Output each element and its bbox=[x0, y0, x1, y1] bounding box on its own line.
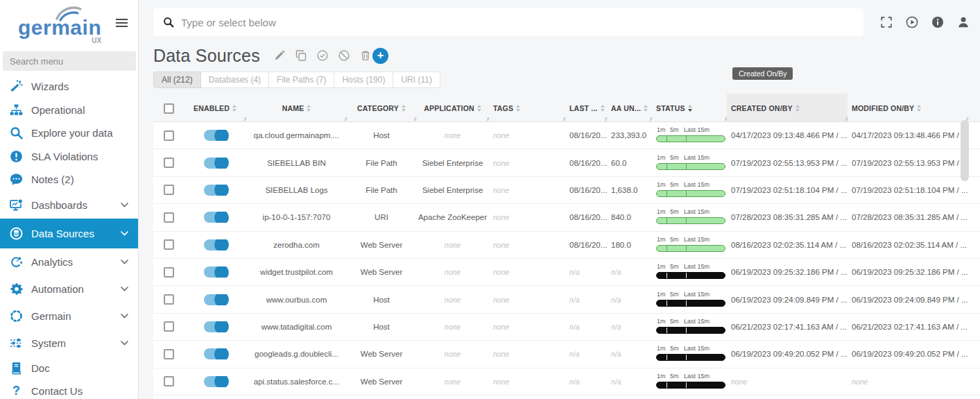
column-header-category[interactable]: CATEGORY bbox=[347, 94, 416, 121]
select-all-checkbox[interactable] bbox=[164, 103, 174, 114]
enabled-toggle[interactable] bbox=[204, 348, 227, 359]
row-created: 06/19/2023 09:25:32.186 PM / ... bbox=[727, 268, 848, 276]
play-circle-icon[interactable] bbox=[906, 16, 918, 28]
enabled-toggle[interactable] bbox=[204, 266, 227, 278]
row-aa: 840.0 bbox=[607, 213, 652, 221]
column-header-enabled[interactable]: ENABLED bbox=[184, 94, 246, 121]
sidebar-item-automation[interactable]: Automation bbox=[0, 275, 138, 303]
row-checkbox[interactable] bbox=[164, 376, 174, 387]
status-sparkline: 1m 5m Last 15m bbox=[656, 263, 725, 281]
sort-icon bbox=[688, 105, 692, 112]
row-checkbox[interactable] bbox=[164, 212, 174, 223]
trash-icon[interactable] bbox=[360, 50, 371, 61]
check-circle-icon[interactable] bbox=[317, 50, 328, 61]
info-icon[interactable] bbox=[931, 16, 944, 28]
row-tags: none bbox=[489, 377, 565, 386]
row-category: Host bbox=[347, 296, 416, 304]
sidebar-item-dashboards[interactable]: Dashboards bbox=[0, 192, 138, 219]
copy-icon[interactable] bbox=[295, 50, 307, 61]
edit-pencil-icon[interactable] bbox=[274, 50, 285, 61]
row-checkbox[interactable] bbox=[164, 239, 174, 250]
table-row[interactable]: SIEBELLAB Logs File Path Siebel Enterpri… bbox=[153, 177, 980, 204]
table-row[interactable]: ip-10-0-1-157:7070 URI Apache ZooKeeper … bbox=[153, 204, 980, 231]
tab-all-212[interactable]: All (212) bbox=[153, 71, 201, 88]
tab-hosts-190[interactable]: Hosts (190) bbox=[334, 71, 393, 88]
row-checkbox[interactable] bbox=[164, 349, 174, 359]
status-label-5m: 5m bbox=[670, 126, 679, 133]
row-name: www.ourbus.com bbox=[246, 296, 347, 304]
vertical-scrollbar[interactable] bbox=[961, 120, 969, 181]
sidebar-search-input[interactable] bbox=[3, 51, 136, 71]
status-bar bbox=[656, 163, 725, 170]
user-icon[interactable] bbox=[957, 16, 970, 28]
comment-icon bbox=[10, 173, 23, 186]
enabled-toggle[interactable] bbox=[204, 321, 227, 332]
column-header-name[interactable]: NAME bbox=[246, 94, 347, 121]
status-bar bbox=[656, 135, 725, 142]
tab-uri-11[interactable]: URI (11) bbox=[393, 71, 440, 88]
sidebar-item-data-sources[interactable]: Data Sources bbox=[0, 219, 138, 248]
sidebar-item-germain[interactable]: Germain bbox=[0, 303, 138, 330]
row-checkbox[interactable] bbox=[164, 185, 174, 195]
row-last: 08/16/20... bbox=[565, 186, 607, 194]
hamburger-menu-icon[interactable] bbox=[114, 17, 130, 29]
enabled-toggle[interactable] bbox=[204, 294, 227, 305]
row-last: n/a bbox=[565, 377, 607, 386]
add-data-source-button[interactable]: + bbox=[372, 48, 388, 64]
enabled-toggle[interactable] bbox=[204, 376, 227, 387]
dotted-circle-icon bbox=[10, 309, 23, 323]
row-tags: none bbox=[489, 186, 565, 194]
fullscreen-icon[interactable] bbox=[880, 16, 893, 28]
column-header-last[interactable]: LAST ... bbox=[565, 94, 607, 121]
row-checkbox[interactable] bbox=[164, 130, 174, 141]
row-tags: none bbox=[489, 296, 565, 304]
enabled-toggle[interactable] bbox=[204, 185, 227, 196]
enabled-toggle[interactable] bbox=[204, 239, 227, 251]
status-label-1m: 1m bbox=[657, 126, 666, 133]
table-row[interactable]: www.ourbus.com Host none none n/a n/a 1m… bbox=[153, 286, 980, 313]
sliders-icon bbox=[10, 337, 23, 350]
row-name: api.status.salesforce.c... bbox=[246, 377, 347, 386]
sidebar-item-system[interactable]: System bbox=[0, 330, 138, 357]
row-checkbox[interactable] bbox=[164, 321, 174, 332]
table-row[interactable]: api.status.salesforce.c... Web Server no… bbox=[153, 368, 980, 396]
ban-icon[interactable] bbox=[338, 50, 350, 61]
table-row[interactable]: www.tatadigital.com Host none none n/a n… bbox=[153, 314, 980, 341]
sidebar-item-doc[interactable]: Doc bbox=[0, 357, 138, 380]
column-header-application[interactable]: APPLICATION bbox=[416, 94, 489, 121]
row-checkbox[interactable] bbox=[164, 294, 174, 305]
table-row[interactable]: zerodha.com Web Server none none 08/16/2… bbox=[153, 232, 980, 259]
sidebar-item-contact-us[interactable]: ?Contact Us bbox=[0, 380, 138, 399]
table-row[interactable]: googleads.g.doublecli... Web Server none… bbox=[153, 341, 980, 368]
enabled-toggle[interactable] bbox=[204, 212, 227, 223]
enabled-toggle[interactable] bbox=[204, 158, 227, 169]
row-last: 08/16/20... bbox=[565, 241, 607, 249]
row-modified: 07/28/2023 08:35:31.285 AM / ... bbox=[848, 213, 968, 221]
brand-sub: UX bbox=[92, 37, 101, 44]
table-row[interactable]: qa.cloud.germainapm.... Host none none 0… bbox=[153, 122, 980, 149]
tab-databases-4[interactable]: Databases (4) bbox=[201, 71, 269, 88]
row-checkbox[interactable] bbox=[164, 158, 174, 168]
row-checkbox[interactable] bbox=[164, 267, 174, 278]
sidebar-item-label: Operational bbox=[31, 104, 85, 116]
global-search-input[interactable] bbox=[181, 17, 854, 28]
row-category: Host bbox=[347, 323, 416, 331]
table-row[interactable]: SIEBELLAB BIN File Path Siebel Enterpris… bbox=[153, 149, 980, 176]
column-header-status[interactable]: STATUS bbox=[652, 94, 727, 121]
sidebar-item-wizards[interactable]: Wizards bbox=[0, 75, 138, 99]
row-application: none bbox=[416, 241, 489, 249]
sidebar-item-notes-2[interactable]: Notes (2) bbox=[0, 168, 138, 192]
tab-file-paths-7[interactable]: File Paths (7) bbox=[269, 71, 334, 88]
chevron-down-icon bbox=[121, 287, 128, 291]
enabled-toggle[interactable] bbox=[204, 130, 227, 141]
column-header-aa-un[interactable]: AA UN... bbox=[607, 94, 652, 121]
sidebar-item-analytics[interactable]: Analytics bbox=[0, 248, 138, 275]
sidebar-item-explore-your-data[interactable]: Explore your data bbox=[0, 121, 138, 145]
column-header-tags[interactable]: TAGS bbox=[489, 94, 565, 121]
column-header-created-on-by[interactable]: CREATED ON/BY bbox=[727, 94, 848, 121]
sidebar-item-sla-violations[interactable]: SLA Violations bbox=[0, 145, 138, 169]
table-row[interactable]: app.launchdarkly.c... Web S... 08/15/20.… bbox=[153, 396, 980, 399]
column-header-modified-on-by[interactable]: MODIFIED ON/BY bbox=[848, 94, 968, 121]
sidebar-item-operational[interactable]: Operational bbox=[0, 99, 138, 122]
table-row[interactable]: widget.trustpilot.com Web Server none no… bbox=[153, 259, 980, 286]
